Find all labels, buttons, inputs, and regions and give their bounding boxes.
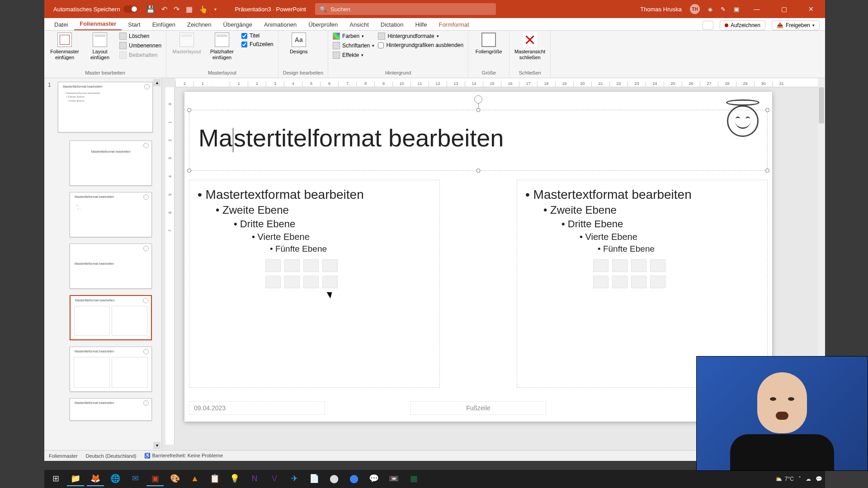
firefox-icon[interactable]: 🦊	[87, 472, 104, 486]
insert-layout-button[interactable]: Layout einfügen	[84, 33, 116, 61]
slide-canvas[interactable]: Mastertitelformat bearbeiten Mastertextf…	[184, 92, 772, 422]
footers-checkbox[interactable]: Fußzeilen	[241, 41, 274, 47]
slide-size-button[interactable]: Foliengröße	[473, 33, 505, 55]
footer-placeholder[interactable]: Fußzeile	[410, 401, 546, 415]
table-icon[interactable]	[265, 259, 281, 272]
app-icon-6[interactable]: 📼	[385, 472, 402, 486]
app-icon-2[interactable]: 📋	[206, 472, 223, 486]
file-explorer-icon[interactable]: 📁	[67, 472, 84, 486]
bullet-level-2[interactable]: Zweite Ebene	[216, 204, 431, 216]
search-input[interactable]	[330, 6, 491, 13]
toggle-switch[interactable]	[123, 5, 138, 13]
tray-chat-icon[interactable]: 💬	[816, 476, 822, 482]
background-styles-button[interactable]: Hintergrundformate ▾	[378, 33, 463, 40]
title-checkbox[interactable]: Titel	[241, 33, 274, 39]
tab-einfuegen[interactable]: Einfügen	[147, 19, 181, 30]
app-icon-4[interactable]: 📄	[306, 472, 323, 486]
chrome-icon[interactable]: 🌐	[107, 472, 124, 486]
redo-icon[interactable]: ↷	[174, 5, 179, 14]
vlc-icon[interactable]: ▲	[186, 472, 203, 486]
undo-icon[interactable]: ↶	[161, 5, 167, 14]
touch-mode-icon[interactable]: 👆	[199, 5, 208, 14]
layout-thumbnail-1[interactable]: Mastertitelformat bearbeiten	[70, 141, 152, 186]
save-icon[interactable]: 💾	[146, 5, 155, 14]
app-icon-1[interactable]: 🎨	[166, 472, 184, 486]
tab-start[interactable]: Start	[123, 19, 146, 30]
scroll-down-button[interactable]: ▾	[153, 442, 160, 449]
3d-model-icon[interactable]	[650, 259, 665, 272]
bullet-level-1[interactable]: Mastertextformat bearbeiten	[198, 188, 431, 202]
bullet-level-2[interactable]: Zweite Ebene	[543, 204, 759, 216]
comments-button[interactable]	[703, 21, 713, 30]
bullet-level-3[interactable]: Dritte Ebene	[561, 218, 759, 230]
bullet-level-4[interactable]: Vierte Ebene	[252, 232, 431, 242]
tab-ansicht[interactable]: Ansicht	[344, 19, 374, 30]
tab-zeichnen[interactable]: Zeichnen	[182, 19, 217, 30]
start-from-beginning-icon[interactable]: ▦	[186, 5, 193, 14]
colors-button[interactable]: Farben ▾	[333, 33, 374, 40]
smartart-icon[interactable]	[631, 259, 646, 272]
layout-thumbnail-3[interactable]: Mastertitelformat bearbeiten	[70, 244, 152, 289]
tab-ueberpruefen[interactable]: Überprüfen	[303, 19, 343, 30]
bullet-level-3[interactable]: Dritte Ebene	[234, 218, 431, 230]
weather-widget[interactable]: ⛅7°C	[775, 476, 794, 482]
3d-model-icon[interactable]	[322, 259, 338, 272]
video-icon[interactable]	[303, 276, 319, 288]
bullet-level-1[interactable]: Mastertextformat bearbeiten	[525, 188, 759, 202]
minimize-button[interactable]: —	[747, 5, 766, 13]
obs-icon[interactable]: ⬤	[326, 472, 343, 486]
icon-icon[interactable]	[322, 276, 338, 288]
onenote-icon[interactable]: N	[246, 472, 263, 486]
tray-expand-icon[interactable]: ˄	[798, 476, 801, 482]
video-icon[interactable]	[631, 276, 646, 288]
accessibility-label[interactable]: ♿ Barrierefreiheit: Keine Probleme	[144, 453, 223, 459]
visual-studio-icon[interactable]: V	[266, 472, 283, 486]
title-text[interactable]: Mastertitelformat bearbeiten	[189, 110, 767, 166]
rotate-handle-icon[interactable]	[474, 95, 482, 103]
smiley-icon[interactable]	[727, 105, 759, 137]
content-placeholder-left[interactable]: Mastertextformat bearbeiten Zweite Ebene…	[189, 180, 440, 388]
close-master-view-button[interactable]: Masteransicht schließen	[514, 33, 546, 61]
layout-thumbnail-4-selected[interactable]: Mastertitelformat bearbeiten	[70, 295, 152, 340]
tab-formformat[interactable]: Formformat	[433, 19, 474, 30]
online-picture-icon[interactable]	[284, 276, 300, 288]
telegram-icon[interactable]: ✈	[286, 472, 303, 486]
insert-placeholder-button[interactable]: Platzhalter einfügen	[206, 33, 238, 61]
search-box[interactable]: 🔍	[315, 3, 496, 15]
app-icon-3[interactable]: 💡	[226, 472, 243, 486]
tab-folienmaster[interactable]: Folienmaster	[74, 18, 122, 30]
bullet-level-5[interactable]: Fünfte Ebene	[270, 244, 431, 254]
discord-icon[interactable]: 💬	[365, 472, 382, 486]
close-button[interactable]: ✕	[802, 5, 821, 13]
smartart-icon[interactable]	[303, 259, 319, 272]
maximize-button[interactable]: ▢	[774, 5, 793, 13]
icon-icon[interactable]	[650, 276, 665, 288]
layout-thumbnail-5[interactable]: Mastertitelformat bearbeiten	[70, 347, 152, 392]
insert-slidemaster-button[interactable]: Folienmaster einfügen	[49, 33, 80, 61]
app-icon-5[interactable]: ⬤	[345, 472, 363, 486]
picture-icon[interactable]	[265, 276, 281, 288]
qat-customize-icon[interactable]: ▾	[214, 7, 217, 12]
user-name[interactable]: Thomas Hruska	[640, 6, 682, 13]
powerpoint-icon[interactable]: ▣	[146, 472, 164, 486]
title-placeholder[interactable]: Mastertitelformat bearbeiten	[189, 110, 768, 171]
tab-datei[interactable]: Datei	[49, 19, 73, 30]
tab-animationen[interactable]: Animationen	[259, 19, 302, 30]
user-avatar[interactable]: TH	[690, 4, 700, 14]
bullet-level-4[interactable]: Vierte Ebene	[580, 232, 759, 242]
layout-thumbnail-6[interactable]: Mastertitelformat bearbeiten	[70, 398, 152, 421]
record-button[interactable]: Aufzeichnen	[720, 20, 765, 30]
thumbnail-pane[interactable]: ▴ 1 Mastertitelformat bearbeiten • Maste…	[44, 78, 162, 450]
excel-icon[interactable]: ▦	[405, 472, 422, 486]
hide-bg-graphics-checkbox[interactable]: Hintergrundgrafiken ausblenden	[378, 42, 463, 48]
scroll-up-button[interactable]: ▴	[153, 79, 160, 86]
effects-button[interactable]: Effekte ▾	[333, 52, 374, 59]
window-layouts-icon[interactable]: ▣	[734, 6, 739, 13]
tab-hilfe[interactable]: Hilfe	[410, 19, 432, 30]
master-thumbnail[interactable]: Mastertitelformat bearbeiten • Mastertex…	[58, 82, 153, 132]
date-placeholder[interactable]: 09.04.2023	[189, 401, 325, 415]
cloud-sync-icon[interactable]: ☁	[806, 476, 811, 482]
delete-button[interactable]: Löschen	[119, 33, 161, 40]
bullet-level-5[interactable]: Fünfte Ebene	[598, 244, 759, 254]
online-picture-icon[interactable]	[612, 276, 627, 288]
